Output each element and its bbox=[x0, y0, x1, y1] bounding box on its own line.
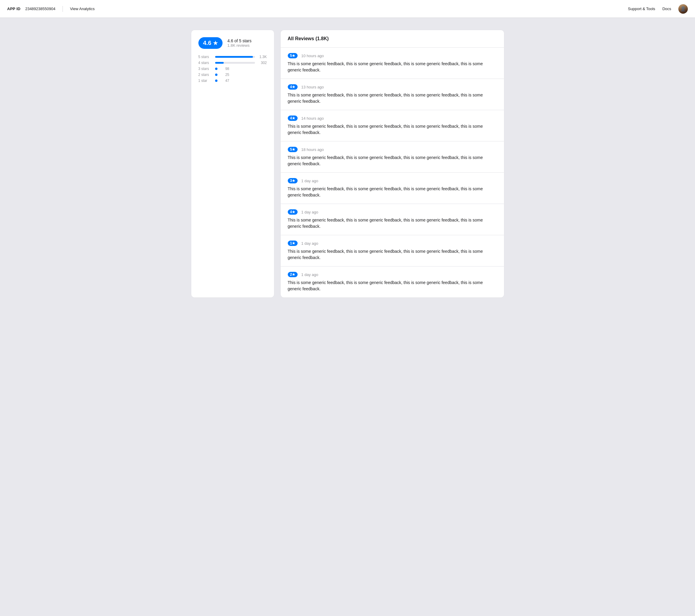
docs-link[interactable]: Docs bbox=[662, 6, 671, 11]
review-item: 3★1 day agoThis is some generic feedback… bbox=[281, 173, 504, 204]
review-meta: 4★1 day ago bbox=[288, 209, 497, 215]
rating-badge: 4.6 ★ bbox=[198, 37, 223, 49]
avatar-image: 👤 bbox=[678, 4, 688, 14]
avatar[interactable]: 👤 bbox=[678, 4, 688, 14]
review-text: This is some generic feedback, this is s… bbox=[288, 248, 497, 261]
header-right: Support & Tools Docs 👤 bbox=[628, 4, 688, 14]
reviews-panel: All Reviews (1.8K) 5★10 hours agoThis is… bbox=[280, 30, 504, 298]
review-text: This is some generic feedback, this is s… bbox=[288, 155, 497, 167]
star-row-label: 3 stars bbox=[198, 67, 213, 71]
review-text: This is some generic feedback, this is s… bbox=[288, 217, 497, 230]
reviews-list: 5★10 hours agoThis is some generic feedb… bbox=[281, 48, 504, 297]
star-row: 1 star47 bbox=[198, 78, 267, 83]
app-id-value: 23489238550904 bbox=[25, 6, 55, 11]
app-id-label: APP ID bbox=[7, 6, 20, 11]
header-divider bbox=[63, 6, 63, 12]
review-text: This is some generic feedback, this is s… bbox=[288, 61, 497, 73]
review-time: 10 hours ago bbox=[301, 54, 324, 58]
review-item: 4★1 day agoThis is some generic feedback… bbox=[281, 204, 504, 235]
star-row-label: 4 stars bbox=[198, 61, 213, 65]
review-star-badge: 4★ bbox=[288, 116, 298, 121]
star-row: 2 stars25 bbox=[198, 73, 267, 77]
review-text: This is some generic feedback, this is s… bbox=[288, 280, 497, 292]
review-star-badge: 4★ bbox=[288, 209, 298, 215]
review-time: 1 day ago bbox=[301, 210, 318, 214]
review-meta: 5★18 hours ago bbox=[288, 147, 497, 152]
view-analytics-link[interactable]: View Analytics bbox=[70, 6, 95, 11]
review-text: This is some generic feedback, this is s… bbox=[288, 186, 497, 198]
support-tools-link[interactable]: Support & Tools bbox=[628, 6, 655, 11]
star-row-label: 5 stars bbox=[198, 55, 213, 59]
reviews-title: All Reviews (1.8K) bbox=[288, 36, 329, 41]
bar-count: 302 bbox=[257, 61, 267, 65]
review-meta: 5★10 hours ago bbox=[288, 53, 497, 58]
bar-dot bbox=[215, 73, 218, 76]
rating-total: 1.8K reviews bbox=[227, 43, 251, 48]
bar-count: 98 bbox=[220, 67, 230, 71]
star-row-label: 1 star bbox=[198, 78, 213, 83]
bar-container bbox=[215, 56, 255, 58]
bar-dot bbox=[215, 68, 218, 70]
review-star-badge: 5★ bbox=[288, 147, 298, 152]
reviews-header: All Reviews (1.8K) bbox=[281, 30, 504, 48]
bar-container bbox=[215, 62, 255, 64]
bar-fill bbox=[215, 56, 253, 58]
review-item: 5★10 hours agoThis is some generic feedb… bbox=[281, 48, 504, 79]
review-time: 18 hours ago bbox=[301, 147, 324, 152]
star-row: 3 stars98 bbox=[198, 67, 267, 71]
bar-dot bbox=[215, 80, 218, 82]
rating-score: 4.6 bbox=[203, 40, 211, 47]
review-item: 2★1 day agoThis is some generic feedback… bbox=[281, 266, 504, 297]
bar-count: 25 bbox=[220, 73, 230, 77]
review-star-badge: 5★ bbox=[288, 53, 298, 58]
review-star-badge: 2★ bbox=[288, 272, 298, 277]
review-meta: 2★1 day ago bbox=[288, 272, 497, 277]
review-item: 4★13 hours agoThis is some generic feedb… bbox=[281, 79, 504, 110]
review-meta: 1★1 day ago bbox=[288, 241, 497, 246]
header-left: APP ID 23489238550904 View Analytics bbox=[7, 6, 95, 12]
review-meta: 3★1 day ago bbox=[288, 178, 497, 183]
rating-star-icon: ★ bbox=[213, 40, 218, 47]
review-time: 14 hours ago bbox=[301, 116, 324, 121]
review-time: 1 day ago bbox=[301, 179, 318, 183]
rating-of: 4.6 of 5 stars bbox=[227, 38, 251, 43]
header: APP ID 23489238550904 View Analytics Sup… bbox=[0, 0, 695, 18]
review-time: 1 day ago bbox=[301, 272, 318, 277]
rating-top: 4.6 ★ 4.6 of 5 stars 1.8K reviews bbox=[198, 37, 267, 49]
star-row: 5 stars1.3K bbox=[198, 55, 267, 59]
rating-card: 4.6 ★ 4.6 of 5 stars 1.8K reviews 5 star… bbox=[191, 30, 274, 298]
main-content: 4.6 ★ 4.6 of 5 stars 1.8K reviews 5 star… bbox=[184, 18, 511, 310]
review-star-badge: 4★ bbox=[288, 84, 298, 90]
review-item: 4★14 hours agoThis is some generic feedb… bbox=[281, 110, 504, 141]
review-text: This is some generic feedback, this is s… bbox=[288, 123, 497, 136]
star-row-label: 2 stars bbox=[198, 73, 213, 77]
bar-count: 47 bbox=[220, 78, 230, 83]
review-item: 1★1 day agoThis is some generic feedback… bbox=[281, 235, 504, 266]
review-meta: 4★13 hours ago bbox=[288, 84, 497, 90]
review-text: This is some generic feedback, this is s… bbox=[288, 92, 497, 105]
review-time: 1 day ago bbox=[301, 241, 318, 246]
rating-summary: 4.6 of 5 stars 1.8K reviews bbox=[227, 38, 251, 48]
review-meta: 4★14 hours ago bbox=[288, 116, 497, 121]
bar-fill bbox=[215, 62, 224, 64]
star-row: 4 stars302 bbox=[198, 61, 267, 65]
review-star-badge: 3★ bbox=[288, 178, 298, 183]
star-bars: 5 stars1.3K4 stars3023 stars982 stars251… bbox=[198, 55, 267, 83]
review-star-badge: 1★ bbox=[288, 241, 298, 246]
review-time: 13 hours ago bbox=[301, 85, 324, 89]
bar-count: 1.3K bbox=[257, 55, 267, 59]
review-item: 5★18 hours agoThis is some generic feedb… bbox=[281, 141, 504, 173]
